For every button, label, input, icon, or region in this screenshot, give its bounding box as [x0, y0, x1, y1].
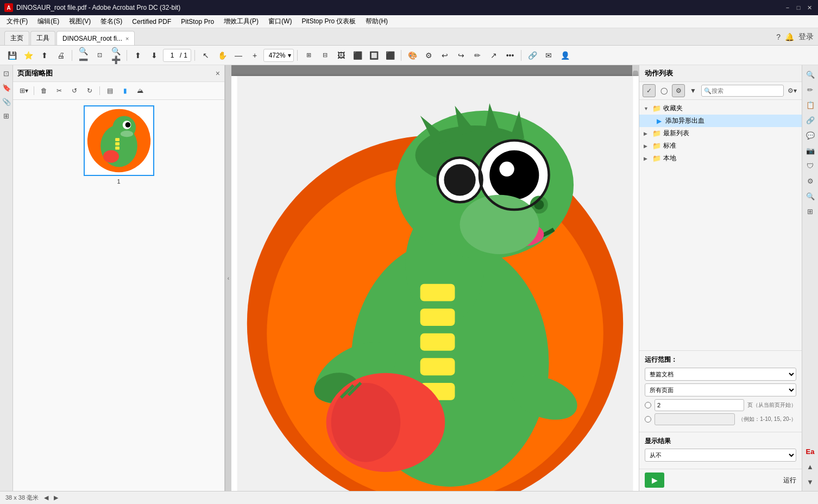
fr-clipboard-icon[interactable]: 📋 — [803, 98, 817, 112]
tool5-button[interactable]: 🔲 — [366, 48, 381, 63]
menu-certified[interactable]: Certified PDF — [128, 17, 175, 27]
notification-icon[interactable]: 🔔 — [785, 33, 794, 41]
scope-range-input[interactable] — [655, 413, 735, 425]
menu-help[interactable]: 帮助(H) — [361, 16, 392, 27]
zoom-dropdown-icon[interactable]: ▾ — [288, 52, 291, 59]
result-select[interactable]: 从不 总是 有错误时 — [645, 449, 796, 462]
settings-dropdown-btn[interactable]: ⚙▾ — [785, 84, 798, 97]
collapse-handle[interactable]: ‹ — [225, 65, 231, 491]
color-check-button[interactable]: 🎨 — [405, 48, 420, 63]
zoom-in-button[interactable]: 🔍➕ — [108, 48, 123, 63]
mountain-btn[interactable]: ⛰ — [134, 84, 147, 97]
tree-item-local[interactable]: 📁 本地 — [639, 152, 802, 165]
pages-select[interactable]: 所有页面 奇数页 偶数页 — [645, 383, 796, 396]
run-button[interactable]: ▶ — [645, 472, 664, 488]
rotate-cw-button[interactable]: ↻ — [83, 84, 96, 97]
nav-icon-4[interactable]: ⊞ — [1, 110, 12, 122]
upload-button[interactable]: ⬆ — [37, 48, 52, 63]
minus-button[interactable]: — — [231, 48, 246, 63]
tree-item-recent[interactable]: 📁 最新列表 — [639, 127, 802, 140]
panel-close-button[interactable]: × — [216, 69, 220, 78]
redo-button[interactable]: ↪ — [454, 48, 469, 63]
more-button[interactable]: ••• — [502, 48, 518, 63]
fr-link-icon[interactable]: 🔗 — [803, 113, 817, 127]
tab-close-button[interactable]: × — [125, 35, 129, 42]
search-input[interactable] — [712, 87, 781, 94]
fr-edit-icon[interactable]: ✏ — [803, 83, 817, 97]
zoom-input[interactable] — [266, 52, 288, 59]
help-icon[interactable]: ? — [776, 33, 781, 41]
gear-btn[interactable]: ⚙ — [672, 84, 685, 97]
view-mode2-button[interactable]: ⊟ — [317, 48, 332, 63]
zoom-out-button[interactable]: 🔍➖ — [75, 48, 91, 63]
thumbnail-item-1[interactable]: 1 — [84, 105, 154, 185]
select-tool-button[interactable]: ↖ — [198, 48, 213, 63]
fr-grid-icon[interactable]: ⊞ — [803, 204, 817, 218]
fr-comment-icon[interactable]: 💬 — [803, 128, 817, 142]
print-button[interactable]: 🖨 — [53, 48, 68, 63]
menu-file[interactable]: 文件(F) — [2, 16, 32, 27]
maximize-button[interactable]: □ — [794, 3, 803, 12]
email-button[interactable]: ✉ — [541, 48, 556, 63]
scope-page-input[interactable] — [655, 399, 744, 411]
settings-button[interactable]: ⚙ — [421, 48, 436, 63]
close-button[interactable]: ✕ — [805, 3, 814, 12]
prev-page-button[interactable]: ⬆ — [130, 48, 146, 63]
tool4-button[interactable]: ⬛ — [350, 48, 365, 63]
fr-zoom-icon[interactable]: 🔍 — [803, 189, 817, 203]
save-button[interactable]: 💾 — [4, 48, 20, 63]
zoom-fit-button[interactable]: ⊡ — [92, 48, 107, 63]
hand-tool-button[interactable]: ✋ — [215, 48, 230, 63]
menu-sign[interactable]: 签名(S) — [96, 16, 127, 27]
nav-icon-1[interactable]: ⊡ — [1, 67, 12, 79]
menu-edit[interactable]: 编辑(E) — [33, 16, 64, 27]
tab-tools[interactable]: 工具 — [30, 31, 55, 45]
login-icon[interactable]: 登录 — [798, 32, 814, 42]
plus-button[interactable]: + — [247, 48, 262, 63]
menu-pitstop-dashboard[interactable]: PitStop Pro 仪表板 — [297, 16, 360, 27]
user-button[interactable]: 👤 — [557, 48, 572, 63]
fr-search-icon[interactable]: 🔍 — [803, 67, 817, 81]
fr-shield-icon[interactable]: 🛡 — [803, 159, 817, 173]
crop-button[interactable]: ✂ — [53, 84, 66, 97]
rotate-ccw-button[interactable]: ↺ — [68, 84, 81, 97]
delete-button[interactable]: 🗑 — [37, 84, 51, 97]
tool3-button[interactable]: 🖼 — [334, 48, 349, 63]
arrow-select-button[interactable]: ↗ — [486, 48, 501, 63]
tab-home[interactable]: 主页 — [4, 31, 29, 45]
tree-item-standard[interactable]: 📁 标准 — [639, 140, 802, 152]
nav-icon-3[interactable]: 📎 — [1, 96, 12, 108]
filter-btn[interactable]: ▼ — [687, 84, 700, 97]
folder-favorites-icon: 📁 — [652, 104, 661, 113]
next-page-button[interactable]: ⬇ — [147, 48, 162, 63]
check-btn[interactable]: ✓ — [643, 84, 656, 97]
fr-settings-icon[interactable]: ⚙ — [803, 174, 817, 188]
scope-select[interactable]: 整篇文档 当前页 选定页 — [645, 368, 796, 381]
blue-btn[interactable]: ▮ — [118, 84, 131, 97]
view-mode-button[interactable]: ⊞ — [301, 48, 316, 63]
link-button[interactable]: 🔗 — [525, 48, 540, 63]
fr-down-icon[interactable]: ▼ — [803, 475, 817, 489]
tree-item-favorites[interactable]: 📁 收藏夹 — [639, 102, 802, 115]
menu-enhance[interactable]: 增效工具(P) — [219, 16, 263, 27]
minimize-button[interactable]: − — [783, 3, 792, 12]
fr-camera-icon[interactable]: 📷 — [803, 143, 817, 158]
nav-icon-2[interactable]: 🔖 — [1, 81, 12, 93]
fr-up-icon[interactable]: ▲ — [803, 459, 817, 474]
grey-btn[interactable]: ▤ — [103, 84, 116, 97]
pdf-canvas-wrapper — [231, 76, 639, 491]
scope-radio-range[interactable] — [645, 416, 651, 423]
circle-btn[interactable]: ◯ — [657, 84, 670, 97]
bookmark-button[interactable]: ⭐ — [21, 48, 36, 63]
tab-document[interactable]: DINOSAUR_root fi... × — [56, 31, 135, 45]
menu-view[interactable]: 视图(V) — [65, 16, 95, 27]
menu-window[interactable]: 窗口(W) — [264, 16, 296, 27]
page-input[interactable] — [167, 52, 178, 59]
grid-view-button[interactable]: ⊞▾ — [17, 84, 30, 97]
menu-pitstop[interactable]: PitStop Pro — [177, 17, 218, 27]
pen-button[interactable]: ✏ — [470, 48, 485, 63]
scope-radio-from[interactable] — [645, 402, 651, 408]
tree-item-add-bleed[interactable]: ▶ 添加异形出血 — [639, 115, 802, 127]
undo-button[interactable]: ↩ — [437, 48, 452, 63]
tool6-button[interactable]: ⬛ — [382, 48, 398, 63]
